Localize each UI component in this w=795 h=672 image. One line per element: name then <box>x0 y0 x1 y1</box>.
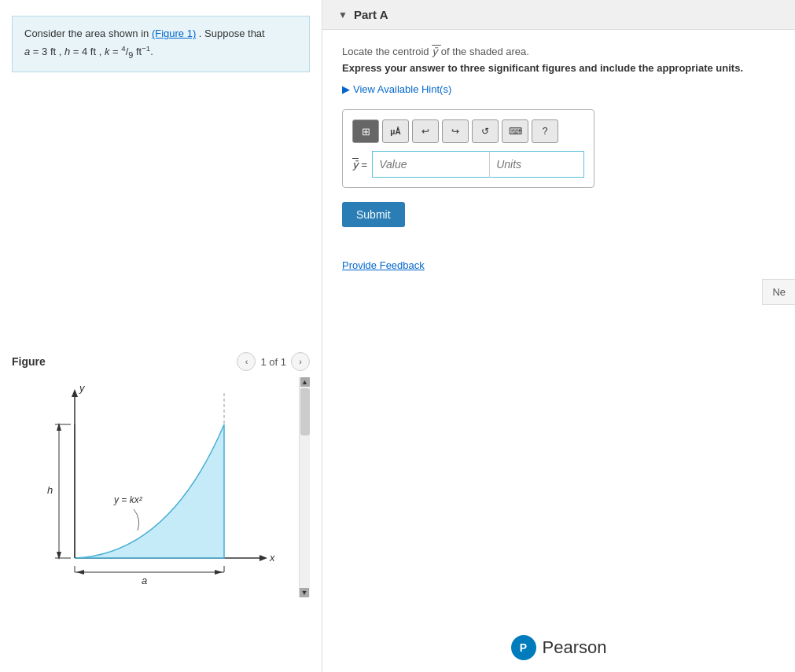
ybar-label: ȳ = <box>352 159 367 171</box>
right-panel: ▼ Part A Locate the centroid ȳ of the sh… <box>322 0 795 672</box>
figure-canvas: y x <box>12 377 310 597</box>
svg-text:a: a <box>142 575 147 586</box>
pearson-logo: P <box>511 635 536 660</box>
provide-feedback-link[interactable]: Provide Feedback <box>342 259 425 271</box>
pearson-text: Pearson <box>543 637 607 658</box>
svg-marker-18 <box>215 570 223 575</box>
help-btn[interactable]: ? <box>532 119 558 143</box>
figure-link[interactable]: (Figure 1) <box>152 28 196 39</box>
page-indicator: 1 of 1 <box>260 356 286 368</box>
ybar-text: ȳ <box>432 46 441 57</box>
problem-variables: a = 3 ft , h = 4 ft , k = 4/9 ft−1. <box>24 46 153 57</box>
hint-arrow: ▶ <box>342 83 350 95</box>
scrollbar[interactable]: ▲ ▼ <box>299 377 310 597</box>
answer-box: ⊞ μÅ ↩ ↪ ↺ ⌨ ? ȳ = <box>342 109 594 188</box>
units-input[interactable] <box>490 151 584 178</box>
problem-intro: Consider the area shown in <box>24 28 152 39</box>
figure-prev-btn[interactable]: ‹ <box>237 352 256 371</box>
grid-btn[interactable]: ⊞ <box>352 119 379 143</box>
hint-label: View Available Hint(s) <box>353 83 451 95</box>
figure-nav: ‹ 1 of 1 › <box>237 352 310 371</box>
problem-box: Consider the area shown in (Figure 1) . … <box>12 16 310 72</box>
svg-text:h: h <box>47 484 53 496</box>
svg-text:y = kx²: y = kx² <box>113 494 143 505</box>
problem-middle: . Suppose that <box>199 28 265 39</box>
value-input[interactable] <box>372 151 490 178</box>
next-button[interactable]: Ne <box>762 279 795 305</box>
mu-btn[interactable]: μÅ <box>382 119 409 143</box>
part-header: ▼ Part A <box>322 0 795 30</box>
undo-btn[interactable]: ↩ <box>412 119 439 143</box>
locate-text: Locate the centroid ȳ of the shaded area… <box>342 46 775 57</box>
hint-link[interactable]: ▶ View Available Hint(s) <box>342 83 775 95</box>
svg-marker-17 <box>76 570 84 575</box>
svg-text:y: y <box>79 382 86 394</box>
figure-title: Figure <box>12 355 46 368</box>
collapse-icon[interactable]: ▼ <box>338 9 348 20</box>
express-text: Express your answer to three significant… <box>342 62 775 74</box>
figure-section: Figure ‹ 1 of 1 › <box>0 346 322 672</box>
pearson-footer: P Pearson <box>511 635 607 660</box>
svg-text:x: x <box>269 552 275 564</box>
toolbar: ⊞ μÅ ↩ ↪ ↺ ⌨ ? <box>352 119 584 143</box>
part-title: Part A <box>354 8 388 21</box>
figure-next-btn[interactable]: › <box>291 352 310 371</box>
figure-svg: y x <box>12 377 303 589</box>
reset-btn[interactable]: ↺ <box>472 119 499 143</box>
submit-button[interactable]: Submit <box>342 202 405 227</box>
redo-btn[interactable]: ↪ <box>442 119 469 143</box>
input-row: ȳ = <box>352 151 584 178</box>
part-content: Locate the centroid ȳ of the shaded area… <box>322 30 795 287</box>
left-panel: Consider the area shown in (Figure 1) . … <box>0 0 322 672</box>
svg-marker-2 <box>72 389 78 397</box>
keyboard-btn[interactable]: ⌨ <box>502 119 528 143</box>
svg-marker-3 <box>259 555 267 561</box>
